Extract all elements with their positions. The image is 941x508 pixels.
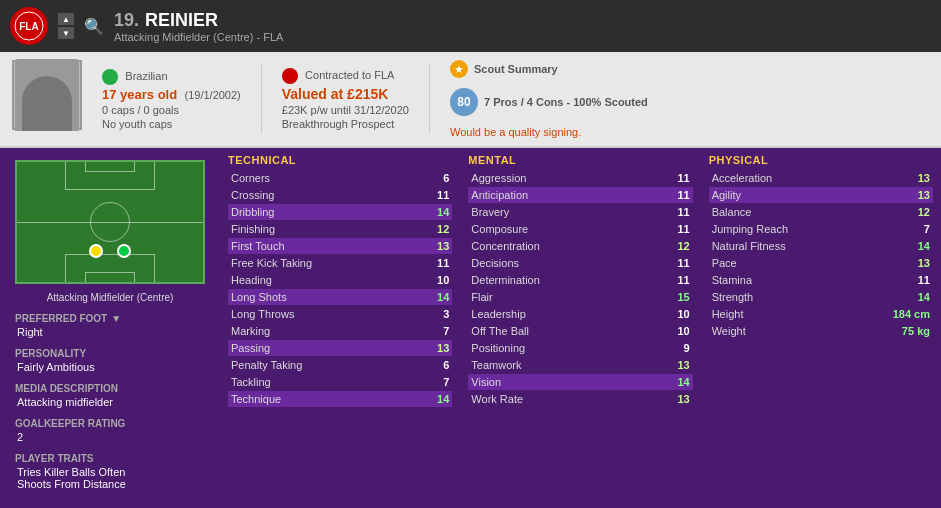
attr-name: Vision <box>471 376 669 388</box>
attr-name: Free Kick Taking <box>231 257 429 269</box>
attr-row: Composure11 <box>468 221 692 237</box>
preferred-foot-value: Right <box>15 326 205 338</box>
attr-name: Balance <box>712 206 910 218</box>
attr-row: Agility13 <box>709 187 933 203</box>
side-info: PREFERRED FOOT ▼ Right PERSONALITY Fairl… <box>15 309 205 504</box>
attr-row: Weight75 kg <box>709 323 933 339</box>
attr-value: 12 <box>429 223 449 235</box>
attr-value: 12 <box>910 206 930 218</box>
attr-name: Pace <box>712 257 910 269</box>
mental-section: MENTAL Aggression11Anticipation11Bravery… <box>460 148 700 508</box>
attr-row: Natural Fitness14 <box>709 238 933 254</box>
player-photo <box>12 60 82 130</box>
nationality-icon <box>102 69 118 85</box>
scout-star-icon: ★ <box>450 60 468 78</box>
attr-name: Agility <box>712 189 910 201</box>
gk-rating-label: GOALKEEPER RATING <box>15 418 125 429</box>
attr-name: Aggression <box>471 172 669 184</box>
attr-row: Finishing12 <box>228 221 452 237</box>
attr-value: 7 <box>429 376 449 388</box>
header: FLA ▲ ▼ 🔍 19. REINIER Attacking Midfield… <box>0 0 941 52</box>
attr-row: Jumping Reach7 <box>709 221 933 237</box>
attr-name: Leadership <box>471 308 669 320</box>
search-icon[interactable]: 🔍 <box>84 17 104 36</box>
attr-value: 11 <box>670 172 690 184</box>
attr-row: Pace13 <box>709 255 933 271</box>
next-player-button[interactable]: ▼ <box>58 27 74 39</box>
traits-label: PLAYER TRAITS <box>15 453 94 464</box>
divider2 <box>429 64 430 134</box>
attr-value: 10 <box>670 308 690 320</box>
caps-label: 0 caps / 0 goals <box>102 104 241 116</box>
attr-value: 14 <box>910 291 930 303</box>
pros-cons-label: 7 Pros / 4 Cons - 100% Scouted <box>484 96 648 108</box>
attr-value: 9 <box>670 342 690 354</box>
attr-row: Free Kick Taking11 <box>228 255 452 271</box>
attr-name: Technique <box>231 393 429 405</box>
contracted-label: Contracted to FLA <box>305 69 394 81</box>
attr-value: 184 cm <box>893 308 930 320</box>
attr-value: 11 <box>670 189 690 201</box>
attr-name: Off The Ball <box>471 325 669 337</box>
attr-value: 13 <box>910 172 930 184</box>
attr-value: 11 <box>429 189 449 201</box>
mental-attrs: Aggression11Anticipation11Bravery11Compo… <box>468 170 692 407</box>
player-name: 19. REINIER <box>114 10 283 31</box>
attr-value: 15 <box>670 291 690 303</box>
pitch-diagram <box>15 160 205 284</box>
attr-value: 14 <box>429 206 449 218</box>
attr-value: 11 <box>670 257 690 269</box>
player-basic-info: Brazilian 17 years old (19/1/2002) 0 cap… <box>102 60 241 138</box>
attr-row: Decisions11 <box>468 255 692 271</box>
attr-row: Technique14 <box>228 391 452 407</box>
attr-name: Marking <box>231 325 429 337</box>
attr-name: Bravery <box>471 206 669 218</box>
attr-value: 75 kg <box>902 325 930 337</box>
attr-row: Passing13 <box>228 340 452 356</box>
preferred-foot-section: PREFERRED FOOT ▼ Right <box>15 313 205 338</box>
physical-attrs: Acceleration13Agility13Balance12Jumping … <box>709 170 933 339</box>
prev-player-button[interactable]: ▲ <box>58 13 74 25</box>
attr-value: 11 <box>670 223 690 235</box>
attr-row: Vision14 <box>468 374 692 390</box>
attr-value: 13 <box>910 257 930 269</box>
attr-row: Marking7 <box>228 323 452 339</box>
pitch-label: Attacking Midfielder (Centre) <box>47 292 174 303</box>
physical-section: PHYSICAL Acceleration13Agility13Balance1… <box>701 148 941 508</box>
attr-name: Dribbling <box>231 206 429 218</box>
trait1-value: Tries Killer Balls Often <box>15 466 205 478</box>
attr-name: Heading <box>231 274 429 286</box>
gk-rating-section: GOALKEEPER RATING 2 <box>15 418 205 443</box>
attr-row: Aggression11 <box>468 170 692 186</box>
club-badge: FLA <box>10 7 48 45</box>
attr-row: Stamina11 <box>709 272 933 288</box>
dropdown-arrow-icon[interactable]: ▼ <box>111 313 121 324</box>
attr-row: Positioning9 <box>468 340 692 356</box>
attr-name: Stamina <box>712 274 910 286</box>
technical-header: TECHNICAL <box>228 154 452 166</box>
attr-value: 6 <box>429 172 449 184</box>
value-label: Valued at £215K <box>282 86 409 102</box>
role-label: Breakthrough Prospect <box>282 118 409 130</box>
penalty-area-top <box>65 162 155 190</box>
attr-value: 13 <box>670 359 690 371</box>
trait2-value: Shoots From Distance <box>15 478 205 490</box>
svg-text:FLA: FLA <box>19 21 38 32</box>
attr-row: Acceleration13 <box>709 170 933 186</box>
attr-value: 13 <box>910 189 930 201</box>
attr-name: Natural Fitness <box>712 240 910 252</box>
attr-value: 7 <box>429 325 449 337</box>
age-label: 17 years old <box>102 87 177 102</box>
attr-name: First Touch <box>231 240 429 252</box>
attr-row: Long Throws3 <box>228 306 452 322</box>
attr-row: Flair15 <box>468 289 692 305</box>
attr-value: 6 <box>429 359 449 371</box>
attr-name: Work Rate <box>471 393 669 405</box>
personality-label: PERSONALITY <box>15 348 86 359</box>
penalty-area-bottom <box>65 254 155 282</box>
mental-header: MENTAL <box>468 154 692 166</box>
attr-row: Bravery11 <box>468 204 692 220</box>
attr-row: Off The Ball10 <box>468 323 692 339</box>
pitch-center-circle <box>90 202 130 242</box>
club-icon <box>282 68 298 84</box>
